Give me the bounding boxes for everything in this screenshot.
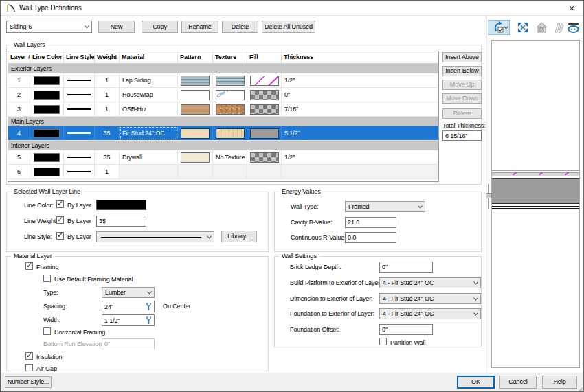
wall-layers-table[interactable]: Layer # Line Color Line Style Weight Mat… xyxy=(8,51,439,182)
table-row-layer-2[interactable]: 2 1 Housewrap Chief Wr 0" xyxy=(8,88,438,102)
line-color-cell[interactable] xyxy=(30,102,64,116)
air-gap-checkbox[interactable] xyxy=(25,364,33,371)
cross-section-icon[interactable] xyxy=(552,20,565,35)
pattern-cell[interactable] xyxy=(178,126,213,140)
copy-button[interactable]: Copy xyxy=(142,21,178,33)
table-row-layer-6[interactable]: 6 1 xyxy=(8,165,438,179)
line-color-cell[interactable] xyxy=(30,73,64,87)
thickness-cell[interactable]: 0" xyxy=(282,88,438,102)
help-button[interactable]: Help xyxy=(542,376,577,389)
delete-all-unused-button[interactable]: Delete All Unused xyxy=(262,21,315,33)
texture-cell[interactable]: Chief Wr xyxy=(213,88,247,102)
spacing-field[interactable] xyxy=(102,301,155,312)
fill-swatch[interactable] xyxy=(250,76,279,86)
fill-cell[interactable] xyxy=(247,150,282,164)
continuous-r-value-input[interactable] xyxy=(345,232,396,243)
fill-swatch[interactable] xyxy=(250,90,279,100)
line-style-cell[interactable] xyxy=(64,73,95,87)
line-weight-by-layer-checkbox[interactable] xyxy=(56,216,64,224)
energy-wall-type-select[interactable]: Framed xyxy=(345,201,425,212)
fill-cell[interactable] xyxy=(247,165,282,178)
ok-button[interactable]: OK xyxy=(457,376,495,389)
color-toggle-icon[interactable] xyxy=(566,20,581,35)
fill-swatch[interactable] xyxy=(250,128,279,139)
brick-ledge-depth-input[interactable] xyxy=(379,262,433,273)
fill-cell[interactable] xyxy=(247,88,282,102)
pattern-swatch[interactable] xyxy=(181,90,210,100)
line-color-swatch[interactable] xyxy=(34,76,60,85)
texture-swatch[interactable] xyxy=(216,128,245,139)
foundation-layer-select[interactable]: 4 - Fir Stud 24" OC xyxy=(379,308,481,319)
texture-cell[interactable] xyxy=(213,165,247,178)
wall-type-select[interactable]: Siding-6 xyxy=(6,21,92,33)
pattern-cell[interactable] xyxy=(178,88,213,102)
default-wrench-icon[interactable] xyxy=(145,302,153,311)
line-color-cell[interactable] xyxy=(30,126,64,140)
pattern-swatch[interactable] xyxy=(181,104,210,115)
material-cell[interactable]: OSB-Hrz xyxy=(120,102,178,116)
framing-type-select[interactable]: Lumber xyxy=(102,287,155,298)
insulation-checkbox[interactable] xyxy=(25,352,33,360)
texture-swatch[interactable] xyxy=(216,76,245,86)
delete-layer-button[interactable]: Delete xyxy=(442,108,482,119)
texture-swatch[interactable] xyxy=(216,104,245,115)
line-style-cell[interactable] xyxy=(64,150,95,164)
line-style-cell[interactable] xyxy=(64,126,95,140)
thickness-cell[interactable]: 7/16" xyxy=(282,102,438,116)
resize-grip[interactable]: ◢ xyxy=(578,386,582,392)
foundation-offset-input[interactable] xyxy=(379,324,433,335)
texture-cell[interactable] xyxy=(213,126,247,140)
fill-cell[interactable] xyxy=(247,102,282,116)
table-row-layer-1[interactable]: 1 1 Lap Siding 1/2" xyxy=(8,73,438,88)
table-row-layer-4-selected[interactable]: 4 35 Fir Stud 24" OC 5 1/2" xyxy=(8,126,438,141)
line-weight-input[interactable] xyxy=(96,216,146,227)
line-color-cell[interactable] xyxy=(30,150,64,164)
width-field[interactable] xyxy=(102,314,155,326)
thickness-cell[interactable]: 5 1/2" xyxy=(282,126,438,140)
line-color-swatch[interactable] xyxy=(34,105,60,114)
preview-zoom-slider-handle[interactable] xyxy=(486,193,492,198)
cancel-button[interactable]: Cancel xyxy=(499,376,537,389)
pattern-cell[interactable] xyxy=(178,150,213,164)
texture-cell[interactable] xyxy=(213,73,247,87)
texture-swatch[interactable]: Chief Wr xyxy=(216,90,245,100)
thickness-cell[interactable]: 1/2" xyxy=(282,73,438,87)
dimension-layer-select[interactable]: 4 - Fir Stud 24" OC xyxy=(379,293,481,304)
line-style-select[interactable] xyxy=(96,231,214,242)
material-cell[interactable]: Drywall xyxy=(120,150,178,164)
partition-wall-checkbox[interactable] xyxy=(379,338,387,345)
material-cell[interactable]: Lap Siding xyxy=(120,73,178,87)
material-cell[interactable] xyxy=(120,165,178,178)
line-color-button[interactable] xyxy=(96,200,146,210)
library-button[interactable]: Library... xyxy=(221,231,257,242)
line-style-cell[interactable] xyxy=(64,102,95,116)
pattern-cell[interactable] xyxy=(178,73,213,87)
table-row-layer-5[interactable]: 5 35 Drywall No Texture 1/2" xyxy=(8,150,438,165)
fill-cell[interactable] xyxy=(247,73,282,87)
default-wrench-icon[interactable] xyxy=(145,316,153,325)
close-icon[interactable]: ✕ xyxy=(560,1,583,16)
insert-above-button[interactable]: Insert Above xyxy=(442,52,482,62)
thickness-cell[interactable] xyxy=(282,165,438,178)
texture-cell[interactable] xyxy=(213,102,247,116)
use-default-framing-material-checkbox[interactable] xyxy=(43,275,51,282)
edit-object-tool-icon[interactable] xyxy=(488,20,510,35)
move-up-button[interactable]: Move Up xyxy=(442,80,482,90)
texture-cell[interactable]: No Texture xyxy=(213,150,247,164)
pattern-cell[interactable] xyxy=(178,102,213,116)
line-color-swatch[interactable] xyxy=(34,153,60,162)
number-style-button[interactable]: Number Style... xyxy=(5,376,52,388)
fit-to-window-icon[interactable] xyxy=(515,20,530,35)
rename-button[interactable]: Rename xyxy=(181,21,218,33)
move-down-button[interactable]: Move Down xyxy=(442,93,482,104)
horizontal-framing-checkbox[interactable] xyxy=(43,327,51,335)
framing-checkbox[interactable] xyxy=(25,262,33,270)
line-color-swatch[interactable] xyxy=(34,129,60,138)
spacing-input[interactable] xyxy=(102,301,144,312)
fill-swatch[interactable] xyxy=(250,152,279,163)
material-cell[interactable]: Housewrap xyxy=(120,88,178,102)
thickness-cell[interactable]: 1/2" xyxy=(282,150,438,164)
width-input[interactable] xyxy=(102,315,144,325)
line-style-by-layer-checkbox[interactable] xyxy=(56,232,64,240)
table-row-layer-3[interactable]: 3 1 OSB-Hrz 7/16" xyxy=(8,102,438,117)
